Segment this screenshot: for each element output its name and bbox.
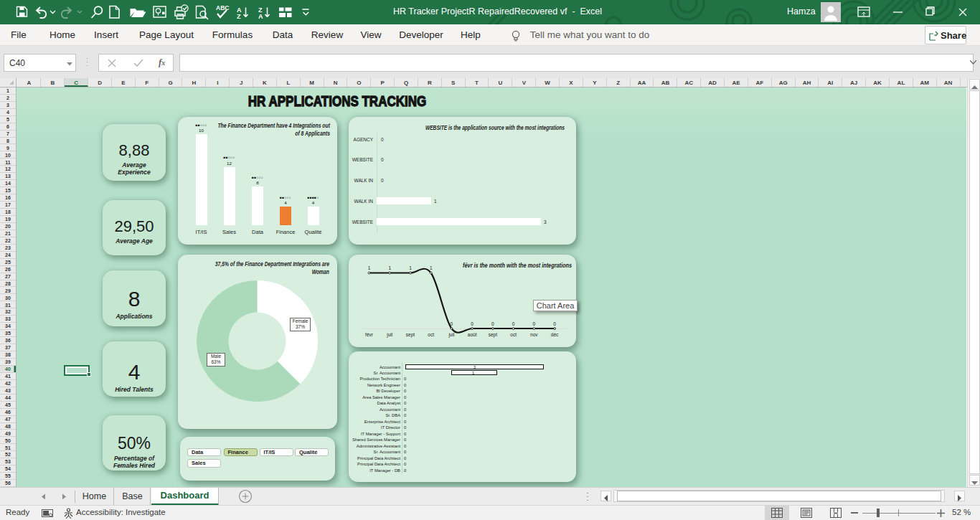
svg-text:Z: Z <box>237 13 241 20</box>
svg-text:A: A <box>258 13 263 20</box>
svg-text:A: A <box>237 6 242 14</box>
svg-text:ABC: ABC <box>216 4 229 11</box>
svg-text:Z: Z <box>258 6 263 14</box>
